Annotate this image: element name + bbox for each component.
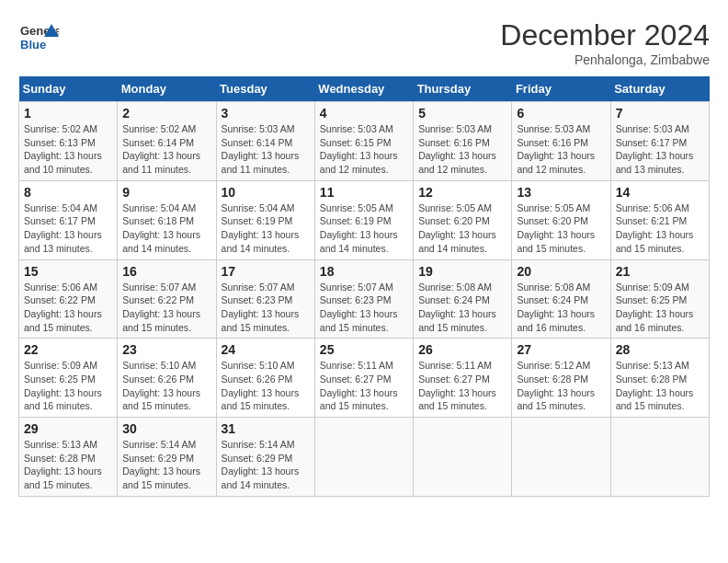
location-subtitle: Penhalonga, Zimbabwe [500,52,710,67]
day-info: Sunrise: 5:08 AMSunset: 6:24 PMDaylight:… [418,281,506,335]
calendar-cell: 12Sunrise: 5:05 AMSunset: 6:20 PMDayligh… [414,180,512,259]
calendar-cell: 22Sunrise: 5:09 AMSunset: 6:25 PMDayligh… [19,339,118,418]
weekday-header-thursday: Thursday [414,76,512,102]
calendar-cell: 28Sunrise: 5:13 AMSunset: 6:28 PMDayligh… [610,339,709,418]
day-info: Sunrise: 5:14 AMSunset: 6:29 PMDaylight:… [222,438,310,492]
day-number: 23 [122,342,210,357]
svg-text:Blue: Blue [20,38,46,52]
day-info: Sunrise: 5:04 AMSunset: 6:17 PMDaylight:… [24,201,112,256]
calendar-cell: 10Sunrise: 5:04 AMSunset: 6:19 PMDayligh… [216,180,314,259]
calendar-cell: 8Sunrise: 5:04 AMSunset: 6:17 PMDaylight… [19,180,118,259]
day-number: 4 [320,106,408,121]
day-info: Sunrise: 5:14 AMSunset: 6:29 PMDaylight:… [122,438,210,492]
day-number: 18 [320,264,408,279]
day-number: 2 [122,106,210,121]
calendar-cell [414,418,512,497]
calendar-cell: 25Sunrise: 5:11 AMSunset: 6:27 PMDayligh… [314,339,413,418]
day-info: Sunrise: 5:02 AMSunset: 6:14 PMDaylight:… [122,122,210,177]
calendar-cell: 15Sunrise: 5:06 AMSunset: 6:22 PMDayligh… [19,259,118,339]
page-header: General Blue December 2024 Penhalonga, Z… [18,18,710,67]
day-info: Sunrise: 5:05 AMSunset: 6:19 PMDaylight:… [320,201,408,256]
day-info: Sunrise: 5:06 AMSunset: 6:21 PMDaylight:… [616,201,704,256]
logo-svg: General Blue [18,18,59,59]
day-number: 16 [122,264,210,279]
day-info: Sunrise: 5:07 AMSunset: 6:22 PMDaylight:… [122,281,210,335]
weekday-header-tuesday: Tuesday [216,76,314,102]
calendar-cell: 2Sunrise: 5:02 AMSunset: 6:14 PMDaylight… [118,102,216,181]
day-number: 5 [418,106,506,121]
day-number: 25 [320,342,408,357]
calendar-cell: 23Sunrise: 5:10 AMSunset: 6:26 PMDayligh… [118,339,216,418]
calendar-cell: 5Sunrise: 5:03 AMSunset: 6:16 PMDaylight… [414,102,512,181]
day-number: 8 [24,185,112,200]
weekday-header-wednesday: Wednesday [314,76,413,102]
day-number: 26 [418,342,506,357]
day-info: Sunrise: 5:02 AMSunset: 6:13 PMDaylight:… [24,122,112,177]
weekday-header-friday: Friday [512,76,610,102]
day-info: Sunrise: 5:13 AMSunset: 6:28 PMDaylight:… [24,438,112,492]
weekday-header-monday: Monday [118,76,216,102]
day-number: 3 [222,106,310,121]
day-info: Sunrise: 5:07 AMSunset: 6:23 PMDaylight:… [320,281,408,335]
weekday-header-saturday: Saturday [610,76,709,102]
day-number: 6 [517,106,605,121]
calendar-cell [314,418,413,497]
calendar-cell: 6Sunrise: 5:03 AMSunset: 6:16 PMDaylight… [512,102,610,181]
day-number: 29 [24,421,112,436]
month-title: December 2024 [500,18,710,52]
calendar-cell: 27Sunrise: 5:12 AMSunset: 6:28 PMDayligh… [512,339,610,418]
day-info: Sunrise: 5:03 AMSunset: 6:16 PMDaylight:… [517,122,605,177]
logo: General Blue [18,18,59,59]
day-number: 10 [222,185,310,200]
day-info: Sunrise: 5:09 AMSunset: 6:25 PMDaylight:… [616,281,704,335]
day-info: Sunrise: 5:11 AMSunset: 6:27 PMDaylight:… [320,359,408,413]
day-number: 27 [517,342,605,357]
day-info: Sunrise: 5:04 AMSunset: 6:18 PMDaylight:… [122,201,210,256]
day-info: Sunrise: 5:12 AMSunset: 6:28 PMDaylight:… [517,359,605,413]
day-info: Sunrise: 5:07 AMSunset: 6:23 PMDaylight:… [222,281,310,335]
weekday-header-sunday: Sunday [19,76,118,102]
calendar-cell: 13Sunrise: 5:05 AMSunset: 6:20 PMDayligh… [512,180,610,259]
calendar-cell: 19Sunrise: 5:08 AMSunset: 6:24 PMDayligh… [414,259,512,339]
day-number: 28 [616,342,704,357]
calendar-cell: 16Sunrise: 5:07 AMSunset: 6:22 PMDayligh… [118,259,216,339]
day-number: 1 [24,106,112,121]
day-number: 11 [320,185,408,200]
calendar-cell: 30Sunrise: 5:14 AMSunset: 6:29 PMDayligh… [118,418,216,497]
day-number: 22 [24,342,112,357]
day-number: 30 [122,421,210,436]
calendar-cell: 7Sunrise: 5:03 AMSunset: 6:17 PMDaylight… [610,102,709,181]
calendar-cell: 31Sunrise: 5:14 AMSunset: 6:29 PMDayligh… [216,418,314,497]
day-info: Sunrise: 5:11 AMSunset: 6:27 PMDaylight:… [418,359,506,413]
calendar-cell: 24Sunrise: 5:10 AMSunset: 6:26 PMDayligh… [216,339,314,418]
calendar-cell: 17Sunrise: 5:07 AMSunset: 6:23 PMDayligh… [216,259,314,339]
day-number: 20 [517,264,605,279]
day-number: 14 [616,185,704,200]
calendar-cell: 21Sunrise: 5:09 AMSunset: 6:25 PMDayligh… [610,259,709,339]
day-number: 17 [222,264,310,279]
day-number: 24 [222,342,310,357]
day-info: Sunrise: 5:05 AMSunset: 6:20 PMDaylight:… [418,201,506,256]
calendar-cell: 26Sunrise: 5:11 AMSunset: 6:27 PMDayligh… [414,339,512,418]
day-info: Sunrise: 5:03 AMSunset: 6:15 PMDaylight:… [320,122,408,177]
calendar-cell: 14Sunrise: 5:06 AMSunset: 6:21 PMDayligh… [610,180,709,259]
calendar-cell: 11Sunrise: 5:05 AMSunset: 6:19 PMDayligh… [314,180,413,259]
day-info: Sunrise: 5:06 AMSunset: 6:22 PMDaylight:… [24,281,112,335]
calendar-table: SundayMondayTuesdayWednesdayThursdayFrid… [18,76,710,497]
day-number: 12 [418,185,506,200]
day-info: Sunrise: 5:08 AMSunset: 6:24 PMDaylight:… [517,281,605,335]
day-info: Sunrise: 5:03 AMSunset: 6:17 PMDaylight:… [616,122,704,177]
day-info: Sunrise: 5:13 AMSunset: 6:28 PMDaylight:… [616,359,704,413]
day-number: 15 [24,264,112,279]
calendar-cell: 29Sunrise: 5:13 AMSunset: 6:28 PMDayligh… [19,418,118,497]
day-info: Sunrise: 5:03 AMSunset: 6:16 PMDaylight:… [418,122,506,177]
day-number: 19 [418,264,506,279]
calendar-cell: 4Sunrise: 5:03 AMSunset: 6:15 PMDaylight… [314,102,413,181]
day-number: 7 [616,106,704,121]
day-number: 9 [122,185,210,200]
day-info: Sunrise: 5:03 AMSunset: 6:14 PMDaylight:… [222,122,310,177]
calendar-cell: 20Sunrise: 5:08 AMSunset: 6:24 PMDayligh… [512,259,610,339]
day-info: Sunrise: 5:05 AMSunset: 6:20 PMDaylight:… [517,201,605,256]
calendar-cell [512,418,610,497]
calendar-cell [610,418,709,497]
